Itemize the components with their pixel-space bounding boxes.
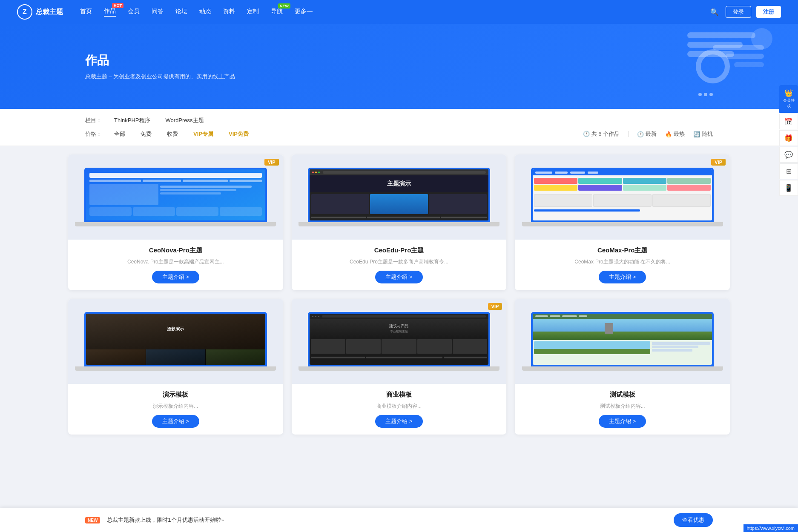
product-desc-2: CeoEdu-Pro主题是一款多商户高端教育专... [299,258,500,266]
price-filter-row: 价格： 全部 免费 收费 VIP专属 VIP免费 🕐 共 6 个作品 🕐 最新 … [85,129,713,139]
random-icon: 🔄 [693,131,700,137]
laptop-base-2 [299,222,499,226]
sort-hot[interactable]: 🔥 最热 [665,130,685,138]
product-intro-btn-2[interactable]: 主题介绍 > [375,271,422,283]
product-intro-btn-3[interactable]: 主题介绍 > [599,271,646,283]
laptop-screen-5: 建筑与产品专业建筑主题 [308,312,491,366]
deco-long-bar [713,45,764,50]
vip-badge-1: VIP [264,159,279,166]
product-intro-btn-5[interactable]: 主题介绍 > [375,415,422,428]
product-title-5: 商业模板 [299,391,500,399]
category-filter-row: 栏目： ThinkPHP程序 WordPress主题 [85,116,713,125]
product-body-5: 商业模板 商业模板介绍内容... 主题介绍 > [292,384,507,435]
register-button[interactable]: 注册 [756,6,781,18]
sidebar-vip[interactable]: 👑 会员特权 [779,85,798,113]
product-desc-4: 演示模板介绍内容... [75,402,276,410]
right-sidebar: 👑 会员特权 📅 🎁 💬 ⊞ 📱 [779,85,798,196]
product-card-4: 摄影演示 演示模板 演示模板介绍内容... 主题介绍 > [68,299,283,435]
fire-icon: 🔥 [665,131,672,137]
nav-item-0[interactable]: 首页 [80,8,92,16]
nav-item-1[interactable]: 作品HOT [104,7,116,17]
laptop-mockup-2: 主题演示 [308,168,491,226]
login-button[interactable]: 登录 [726,6,751,18]
product-body-2: CeoEdu-Pro主题 CeoEdu-Pro主题是一款多商户高端教育专... … [292,240,507,290]
vip-icon: 👑 [784,89,793,97]
hero-text-area: 作品 总裁主题 – 为创业者及创业公司提供有用的、实用的线上产品 [85,52,235,80]
total-count: 🕐 共 6 个作品 [583,130,620,138]
logo[interactable]: Z 总裁主题 [17,4,63,20]
product-title-3: CeoMax-Pro主题 [522,246,723,255]
price-vip-exclusive[interactable]: VIP专属 [190,129,217,139]
main-content: VIP [0,146,798,443]
laptop-screen-4: 摄影演示 [84,312,267,366]
product-card-6: 测试模板 测试模板介绍内容... 主题介绍 > [515,299,730,435]
product-body-6: 测试模板 测试模板介绍内容... 主题介绍 > [515,384,730,435]
product-card-1: VIP [68,154,283,290]
search-icon[interactable]: 🔍 [709,6,720,18]
laptop-screen-3 [531,168,714,222]
product-intro-btn-4[interactable]: 主题介绍 > [152,415,199,428]
price-paid[interactable]: 收费 [164,129,181,139]
price-vip-free[interactable]: VIP免费 [225,129,252,139]
deco-short-bar [734,62,764,67]
product-card-2: 主题演示 CeoEdu-Pro主题 CeoE [292,154,507,290]
laptop-base-1 [75,222,276,226]
chat-icon: 💬 [784,151,793,159]
nav-item-6[interactable]: 资料 [223,8,235,16]
laptop-base-4 [75,366,276,371]
main-nav: 首页作品HOT会员问答论坛动态资料定制导航NEW更多— [80,7,709,17]
product-body-3: CeoMax-Pro主题 CeoMax-Pro主题强大的功能 在不久的将... … [515,240,730,290]
product-image-3: VIP [515,154,730,240]
nav-item-7[interactable]: 定制 [247,8,259,16]
product-intro-btn-1[interactable]: 主题介绍 > [152,271,199,283]
laptop-mockup-6 [531,312,714,371]
sidebar-calendar[interactable]: 📅 [779,114,798,129]
nav-item-2[interactable]: 会员 [128,8,140,16]
logo-text: 总裁主题 [36,8,63,17]
screen-inner-3 [533,169,712,220]
sidebar-mobile[interactable]: 📱 [779,180,798,196]
laptop-mockup-4: 摄影演示 [84,312,267,371]
sidebar-grid[interactable]: ⊞ [779,163,798,179]
gift-icon: 🎁 [784,134,793,142]
nav-item-8[interactable]: 导航NEW [271,8,283,16]
category-wordpress[interactable]: WordPress主题 [162,116,207,125]
sort-latest[interactable]: 🕐 最新 [637,130,657,138]
product-grid: VIP [68,154,730,435]
filter-area: 栏目： ThinkPHP程序 WordPress主题 价格： 全部 免费 收费 … [0,109,798,146]
screen-inner-1 [86,169,265,220]
product-title-6: 测试模板 [522,391,723,399]
mobile-icon: 📱 [784,184,793,192]
screen-inner-2: 主题演示 [310,169,489,220]
nav-item-4[interactable]: 论坛 [175,8,187,16]
nav-item-5[interactable]: 动态 [199,8,211,16]
hero-subtitle: 总裁主题 – 为创业者及创业公司提供有用的、实用的线上产品 [85,73,235,80]
price-free[interactable]: 免费 [137,129,155,139]
laptop-screen-2: 主题演示 [308,168,491,222]
clock-icon: 🕐 [637,131,644,137]
dot-1 [698,93,702,96]
logo-icon: Z [17,4,32,20]
product-desc-1: CeoNova-Pro主题是一款高端产品宣网主... [75,258,276,266]
dot-2 [704,93,707,96]
product-image-4: 摄影演示 [68,299,283,384]
category-thinkphp[interactable]: ThinkPHP程序 [111,116,154,125]
hero-circle [696,49,730,83]
price-all[interactable]: 全部 [111,129,129,139]
nav-item-9[interactable]: 更多— [295,8,313,16]
nav-item-3[interactable]: 问答 [152,8,164,16]
product-desc-6: 测试模板介绍内容... [522,402,723,410]
screen-inner-6 [533,314,712,365]
category-label: 栏目： [85,117,102,124]
sidebar-gift[interactable]: 🎁 [779,130,798,146]
screen-inner-4: 摄影演示 [86,314,265,365]
vip-badge-3: VIP [711,159,726,166]
sidebar-chat[interactable]: 💬 [779,147,798,163]
header-actions: 🔍 登录 注册 [709,6,781,18]
sort-random[interactable]: 🔄 随机 [693,130,713,138]
product-intro-btn-6[interactable]: 主题介绍 > [599,415,646,428]
laptop-mockup-1 [84,168,267,226]
laptop-base-3 [522,222,723,226]
header: Z 总裁主题 首页作品HOT会员问答论坛动态资料定制导航NEW更多— 🔍 登录 … [0,0,798,24]
laptop-mockup-3 [531,168,714,226]
